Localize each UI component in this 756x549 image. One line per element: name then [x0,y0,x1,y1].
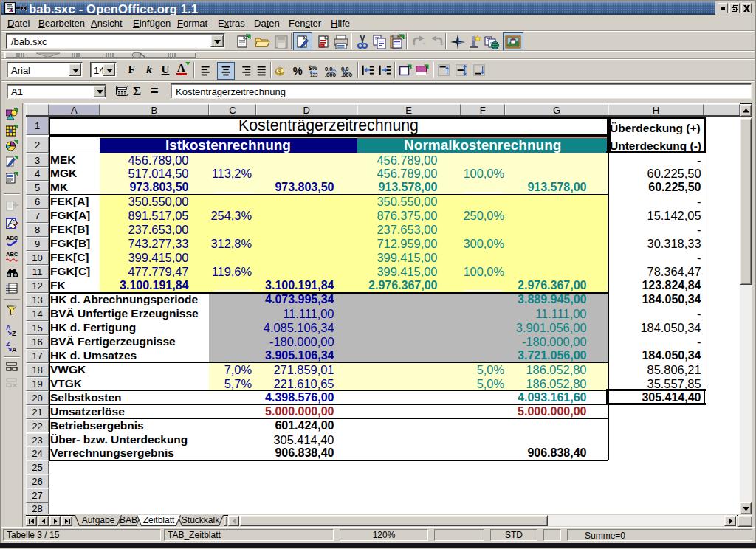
svg-text:Z: Z [6,340,10,348]
svg-text:$%: $% [309,65,318,72]
svg-text:.000: .000 [325,72,336,78]
svg-text:A: A [6,324,11,331]
svg-text:ABC: ABC [6,251,18,258]
svg-text:Z: Z [12,330,16,336]
svg-text:.000: .000 [341,72,352,78]
svg-text:%: % [293,65,303,77]
svg-text:A: A [12,346,17,352]
svg-text:123: 123 [310,72,318,77]
